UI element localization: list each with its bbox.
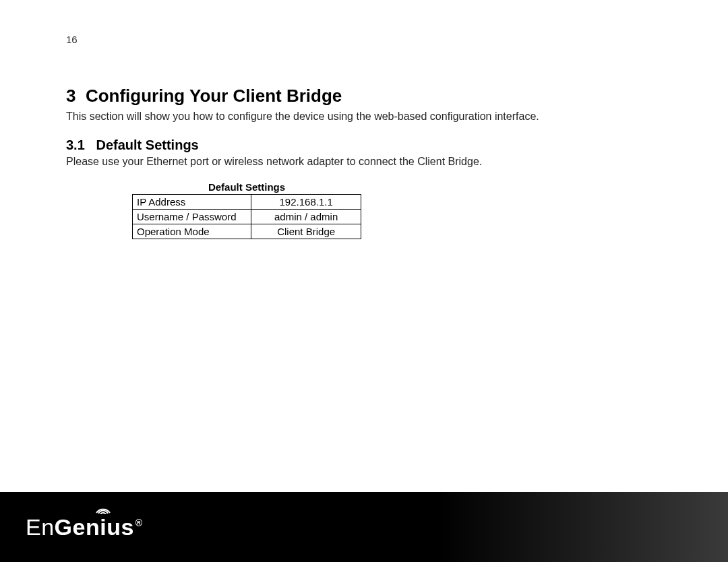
settings-table-wrap: Default Settings IP Address 192.168.1.1 … xyxy=(132,181,662,239)
table-key: IP Address xyxy=(133,195,251,210)
subsection-number: 3.1 xyxy=(66,137,85,152)
brand-logo: EnGen i us® xyxy=(26,514,143,540)
logo-part-gen: Gen xyxy=(55,514,100,540)
page-number: 16 xyxy=(66,34,662,45)
section-heading: 3 Configuring Your Client Bridge xyxy=(66,86,662,106)
page-footer: EnGen i us® xyxy=(0,492,728,562)
registered-icon: ® xyxy=(135,518,143,528)
subsection-heading: 3.1 Default Settings xyxy=(66,137,662,153)
table-val: admin / admin xyxy=(251,210,361,224)
logo-text: EnGen i us® xyxy=(26,514,143,540)
document-page: 16 3 Configuring Your Client Bridge This… xyxy=(0,0,728,239)
table-row: Operation Mode Client Bridge xyxy=(133,224,361,239)
logo-i-with-wifi: i xyxy=(100,514,107,540)
section-intro: This section will show you how to config… xyxy=(66,111,662,123)
subsection-text: Default Settings xyxy=(96,137,198,152)
table-title: Default Settings xyxy=(132,181,361,193)
logo-part-us: us xyxy=(107,514,134,540)
table-val: 192.168.1.1 xyxy=(251,195,361,210)
wifi-icon xyxy=(95,505,111,514)
heading-text: Configuring Your Client Bridge xyxy=(86,86,342,106)
logo-part-i: i xyxy=(100,514,107,540)
heading-number: 3 xyxy=(66,86,75,106)
table-key: Username / Password xyxy=(133,210,251,224)
table-row: IP Address 192.168.1.1 xyxy=(133,195,361,210)
table-val: Client Bridge xyxy=(251,224,361,239)
settings-table: IP Address 192.168.1.1 Username / Passwo… xyxy=(132,194,361,239)
logo-part-en: En xyxy=(26,514,55,540)
table-key: Operation Mode xyxy=(133,224,251,239)
subsection-intro: Please use your Ethernet port or wireles… xyxy=(66,156,662,168)
table-row: Username / Password admin / admin xyxy=(133,210,361,224)
